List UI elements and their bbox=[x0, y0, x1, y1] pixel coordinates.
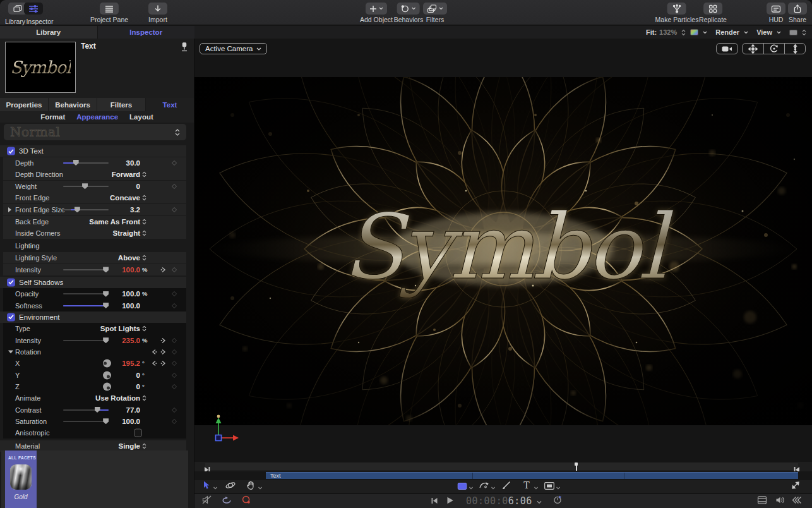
make-particles-button[interactable]: Make Particles bbox=[655, 3, 699, 23]
bezier-tool-chevron-icon[interactable] bbox=[491, 481, 496, 492]
tab-behaviors[interactable]: Behaviors bbox=[49, 98, 97, 111]
import-button[interactable]: Import bbox=[148, 3, 167, 23]
display-stepper[interactable] bbox=[802, 30, 806, 35]
disclosure-down-icon[interactable] bbox=[8, 351, 13, 354]
slider-track[interactable] bbox=[63, 305, 109, 306]
display-menu[interactable] bbox=[789, 30, 797, 35]
view-menu[interactable]: View bbox=[756, 28, 772, 36]
popup-value[interactable]: Same As Front bbox=[89, 218, 140, 226]
value-dial[interactable] bbox=[103, 360, 111, 368]
text-tool-chevron-icon[interactable] bbox=[534, 481, 539, 492]
select-tool-chevron-icon[interactable] bbox=[213, 481, 218, 492]
orbit-camera-button[interactable] bbox=[763, 44, 784, 54]
param-value[interactable]: 3.2 bbox=[130, 206, 140, 214]
play-button[interactable] bbox=[447, 495, 454, 507]
tab-filters[interactable]: Filters bbox=[97, 98, 146, 111]
environment-checkbox[interactable] bbox=[7, 313, 15, 321]
panel-tab-inspector[interactable]: Inspector bbox=[98, 26, 195, 39]
mini-timeline[interactable] bbox=[194, 462, 812, 471]
dolly-camera-button[interactable] bbox=[784, 44, 805, 54]
loop-button[interactable] bbox=[222, 495, 232, 507]
text-tool[interactable]: T bbox=[523, 481, 531, 492]
popup-value[interactable]: Forward bbox=[112, 171, 140, 178]
render-menu[interactable]: Render bbox=[715, 28, 739, 36]
popup-value[interactable]: Straight bbox=[113, 229, 140, 237]
behaviors-button[interactable]: Behaviors bbox=[394, 3, 424, 23]
transform-3d-tool[interactable] bbox=[225, 481, 236, 493]
param-value[interactable]: 100.0 bbox=[122, 302, 140, 310]
pin-icon[interactable] bbox=[181, 42, 188, 55]
popup-value[interactable]: Above bbox=[118, 254, 140, 262]
project-pane-button[interactable]: Project Pane bbox=[90, 3, 128, 23]
param-value[interactable]: 30.0 bbox=[126, 159, 140, 167]
mask-tool-chevron-icon[interactable] bbox=[556, 481, 561, 492]
rectangle-tool-chevron-icon[interactable] bbox=[469, 481, 474, 492]
subtab-appearance[interactable]: Appearance bbox=[76, 113, 118, 121]
popup-value[interactable]: Single bbox=[118, 442, 140, 450]
timing-display-button[interactable] bbox=[553, 495, 562, 507]
slider-track[interactable] bbox=[63, 209, 109, 210]
slider-track[interactable] bbox=[63, 409, 109, 411]
mute-button[interactable] bbox=[202, 495, 212, 507]
param-value[interactable]: 100.0 bbox=[122, 418, 140, 425]
video-frame[interactable]: Symbol Symbol bbox=[194, 77, 812, 425]
popup-value[interactable]: Spot Lights bbox=[100, 325, 140, 332]
param-value[interactable]: 0 bbox=[136, 372, 140, 379]
slider-track[interactable] bbox=[63, 186, 109, 187]
hand-tool-chevron-icon[interactable] bbox=[258, 481, 263, 492]
keyframe-nav-icons[interactable] bbox=[160, 267, 166, 272]
slider-track[interactable] bbox=[63, 421, 109, 422]
keyframe-nav-icons[interactable] bbox=[152, 349, 166, 355]
keyframe-nav-icons[interactable] bbox=[152, 361, 166, 366]
mask-tool[interactable] bbox=[544, 481, 554, 492]
tab-properties[interactable]: Properties bbox=[0, 98, 49, 111]
popup-value[interactable]: Concave bbox=[110, 194, 140, 202]
camera-view-button[interactable] bbox=[717, 44, 737, 54]
timecode-chevron-icon[interactable] bbox=[537, 495, 542, 507]
camera-popup[interactable]: Active Camera bbox=[200, 43, 267, 54]
hand-tool[interactable] bbox=[247, 481, 255, 492]
audio-button[interactable] bbox=[776, 495, 785, 507]
param-value[interactable]: 0 bbox=[136, 183, 140, 190]
style-preset-popup[interactable]: Normal bbox=[4, 124, 186, 140]
rectangle-tool[interactable] bbox=[458, 481, 467, 492]
param-value[interactable]: 100.0 bbox=[122, 290, 140, 298]
text-track-bar[interactable]: Text bbox=[266, 472, 798, 479]
tab-text[interactable]: Text bbox=[146, 98, 194, 111]
project-browser-button[interactable] bbox=[758, 495, 767, 507]
go-to-start-button[interactable] bbox=[431, 495, 438, 507]
share-button[interactable]: Share bbox=[788, 3, 807, 23]
disclosure-right-icon[interactable] bbox=[8, 207, 11, 212]
panel-tab-library[interactable]: Library bbox=[0, 26, 98, 39]
bezier-tool[interactable] bbox=[479, 481, 489, 492]
param-value[interactable]: 235.0 bbox=[122, 337, 140, 344]
material-swatch[interactable]: ALL FACETS Gold bbox=[5, 451, 37, 508]
replicate-button[interactable]: Replicate bbox=[699, 3, 727, 23]
param-value[interactable]: 195.2 bbox=[122, 360, 140, 367]
3d-text-checkbox[interactable] bbox=[7, 147, 15, 155]
param-value[interactable]: 100.0 bbox=[122, 266, 140, 274]
self-shadows-checkbox[interactable] bbox=[7, 278, 15, 286]
param-value[interactable]: 0 bbox=[136, 383, 140, 390]
keyframe-nav-icons[interactable] bbox=[160, 337, 166, 343]
pan-camera-button[interactable] bbox=[743, 44, 763, 54]
record-button[interactable] bbox=[242, 495, 251, 507]
hud-button[interactable]: HUD bbox=[767, 3, 785, 23]
slider-track[interactable] bbox=[63, 162, 109, 164]
playhead[interactable] bbox=[576, 463, 577, 471]
anisotropic-checkbox[interactable] bbox=[134, 429, 142, 437]
show-timeline-button[interactable] bbox=[792, 495, 803, 507]
value-dial[interactable] bbox=[103, 382, 111, 390]
zoom-level[interactable]: 132% bbox=[659, 28, 677, 36]
param-value[interactable]: 77.0 bbox=[126, 406, 140, 414]
zoom-stepper[interactable] bbox=[681, 30, 686, 35]
channels-menu[interactable] bbox=[690, 29, 698, 35]
resize-timeline-handle[interactable] bbox=[791, 481, 800, 492]
subtab-format[interactable]: Format bbox=[40, 113, 65, 121]
filters-button[interactable]: Filters bbox=[423, 3, 447, 23]
slider-track[interactable] bbox=[63, 269, 109, 270]
subtab-layout[interactable]: Layout bbox=[129, 113, 153, 121]
slider-track[interactable] bbox=[63, 293, 109, 294]
paint-stroke-tool[interactable] bbox=[502, 481, 511, 492]
add-object-button[interactable]: Add Object bbox=[360, 3, 393, 23]
